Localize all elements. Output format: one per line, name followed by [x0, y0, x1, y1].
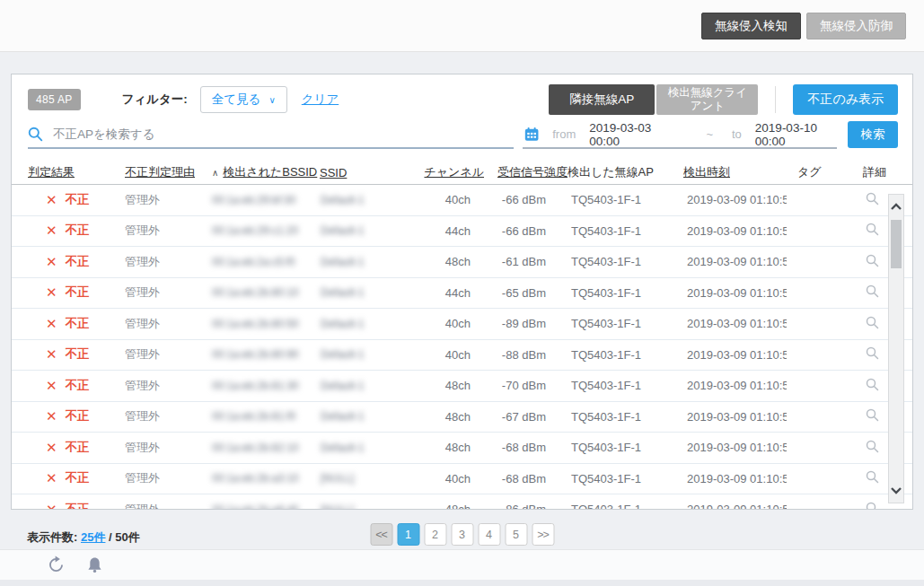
date-range-picker[interactable]: from 2019-03-03 00:00 ~ to 2019-03-10 00…: [523, 121, 837, 149]
column-header-5[interactable]: 受信信号強度: [484, 164, 568, 180]
channel-cell: 48ch: [420, 441, 484, 454]
filter-dropdown[interactable]: 全て見る ∨: [200, 86, 287, 113]
detail-magnifier-icon[interactable]: [866, 316, 879, 329]
tab-wireless-intrusion-prevention[interactable]: 無線侵入防御: [806, 13, 906, 39]
ssid-cell: Default-1: [320, 442, 420, 454]
notifications-bell-icon[interactable]: [87, 556, 102, 573]
detected-wireless-clients-button[interactable]: 検出無線クライアント: [656, 84, 758, 115]
result-cell: ✕不正: [28, 502, 125, 509]
table-row: ✕不正管理外00:1a:eb:2b:81:30Default-148ch-70 …: [12, 371, 912, 402]
bssid-cell: 00:1a:eb:2b:80:50: [212, 318, 320, 330]
to-date-value[interactable]: 2019-03-10 00:00: [755, 121, 837, 148]
column-header-0[interactable]: 判定結果: [28, 164, 125, 180]
refresh-icon[interactable]: [47, 555, 66, 574]
column-header-label: 不正判定理由: [125, 165, 195, 179]
from-date-value[interactable]: 2019-03-03 00:00: [589, 121, 671, 148]
detail-magnifier-icon[interactable]: [866, 223, 879, 236]
result-label: 不正: [66, 470, 90, 486]
table-scrollbar[interactable]: [888, 194, 904, 503]
search-button[interactable]: 検索: [848, 121, 898, 148]
reason-cell: 管理外: [125, 254, 212, 270]
channel-cell: 48ch: [420, 379, 484, 392]
result-label: 不正: [66, 284, 90, 301]
channel-cell: 40ch: [420, 472, 484, 485]
signal-cell: -61 dBm: [484, 255, 568, 268]
detecting-ap-cell: TQ5403-1F-1: [568, 193, 683, 206]
detail-magnifier-icon[interactable]: [866, 346, 879, 360]
table-row: ✕不正管理外00:1a:eb:2b:a3:10[NULL]40ch-68 dBm…: [12, 464, 912, 495]
ssid-cell: Default-1: [320, 318, 420, 330]
column-header-1[interactable]: 不正判定理由: [125, 164, 212, 180]
detection-time-cell: 2019-03-09 01:10:58: [683, 410, 787, 424]
channel-cell: 44ch: [420, 286, 484, 300]
rogue-ap-panel: 485 AP フィルター: 全て見る ∨ クリア 隣接無線AP 検出無線クライア…: [11, 74, 913, 510]
bssid-cell: 00:1a:eb:2b:a3:10: [212, 472, 320, 485]
pagination-page-2[interactable]: 2: [424, 523, 446, 546]
column-header-label: 詳細: [863, 165, 886, 179]
invalid-x-icon: ✕: [46, 440, 57, 456]
scrollbar-thumb[interactable]: [891, 220, 902, 268]
ssid-cell: Default-1: [320, 380, 420, 392]
signal-cell: -66 dBm: [484, 224, 568, 238]
column-header-label: 検出時刻: [683, 165, 730, 179]
pagination-page-4[interactable]: 4: [478, 523, 500, 546]
bssid-cell: 00:1a:eb:29:c1:20: [212, 224, 320, 237]
column-header-6: 検出した無線AP: [568, 164, 683, 180]
bssid-cell: 00:1a:eb:2b:81:f0: [212, 410, 320, 423]
page-size-link[interactable]: 25件: [81, 530, 105, 544]
ssid-cell: Default-1: [320, 194, 420, 206]
pagination-page-3[interactable]: 3: [451, 523, 473, 546]
detail-magnifier-icon[interactable]: [866, 502, 879, 509]
top-tabs: 無線侵入検知 無線侵入防御: [701, 13, 906, 39]
ssid-cell: Default-1: [320, 256, 420, 268]
pagination-next-button[interactable]: >>: [532, 523, 554, 546]
clear-filter-link[interactable]: クリア: [302, 92, 339, 108]
ssid-cell: Default-1: [320, 410, 420, 423]
column-header-2[interactable]: ∧検出されたBSSID: [212, 164, 320, 180]
reason-cell: 管理外: [125, 223, 212, 239]
column-header-7[interactable]: 検出時刻: [683, 164, 787, 180]
result-label: 不正: [66, 223, 90, 239]
column-header-4[interactable]: チャンネル: [420, 164, 484, 180]
detail-magnifier-icon[interactable]: [866, 408, 879, 422]
pagination-prev-button[interactable]: <<: [370, 523, 392, 546]
column-header-label: タグ: [797, 165, 822, 179]
table-row: ✕不正管理外00:1a:eb:2b:81:f0Default-148ch-67 …: [12, 402, 912, 433]
table-row: ✕不正管理外00:1a:eb:2b:82:10Default-148ch-68 …: [12, 433, 912, 464]
table-row: ✕不正管理外00:1a:eb:2b:80:50Default-140ch-89 …: [12, 309, 912, 340]
column-header-3[interactable]: SSID: [320, 166, 420, 179]
invalid-x-icon: ✕: [46, 223, 57, 239]
detecting-ap-cell: TQ5403-1F-1: [568, 379, 683, 392]
signal-cell: -66 dBm: [484, 193, 568, 206]
detail-magnifier-icon[interactable]: [866, 440, 879, 453]
result-cell: ✕不正: [28, 254, 125, 270]
reason-cell: 管理外: [125, 470, 212, 486]
detecting-ap-cell: TQ5403-1F-1: [568, 224, 683, 238]
adjacent-wireless-ap-button[interactable]: 隣接無線AP: [549, 84, 655, 115]
scroll-down-icon[interactable]: [889, 483, 903, 499]
bottom-strip: [0, 580, 924, 586]
chevron-down-icon: ∨: [268, 95, 275, 105]
channel-cell: 40ch: [420, 193, 484, 206]
scroll-up-icon[interactable]: [889, 198, 903, 214]
result-label: 不正: [66, 502, 90, 509]
detail-magnifier-icon[interactable]: [866, 284, 879, 298]
search-input[interactable]: 不正APを検索する: [28, 121, 514, 149]
signal-cell: -67 dBm: [484, 410, 568, 424]
tab-wireless-intrusion-detection[interactable]: 無線侵入検知: [701, 13, 801, 39]
pagination-page-1[interactable]: 1: [397, 523, 419, 546]
detail-magnifier-icon[interactable]: [866, 378, 879, 391]
signal-cell: -89 dBm: [484, 317, 568, 330]
table-row: ✕不正管理外00:1a:eb:29:bf:30Default-140ch-66 …: [12, 185, 912, 216]
detail-magnifier-icon[interactable]: [866, 192, 879, 206]
detail-magnifier-icon[interactable]: [866, 254, 879, 267]
detail-magnifier-icon[interactable]: [866, 470, 879, 484]
ssid-cell: Default-1: [320, 348, 420, 361]
calendar-icon: [524, 126, 539, 143]
show-rogue-only-button[interactable]: 不正のみ表示: [793, 84, 898, 115]
toolbar-right-group: 隣接無線AP 検出無線クライアント 不正のみ表示: [549, 84, 898, 115]
pagination-page-5[interactable]: 5: [505, 523, 527, 546]
detection-time-cell: 2019-03-09 01:10:58: [683, 255, 787, 268]
channel-cell: 40ch: [420, 348, 484, 362]
toolbar: 485 AP フィルター: 全て見る ∨ クリア 隣接無線AP 検出無線クライア…: [28, 83, 898, 116]
